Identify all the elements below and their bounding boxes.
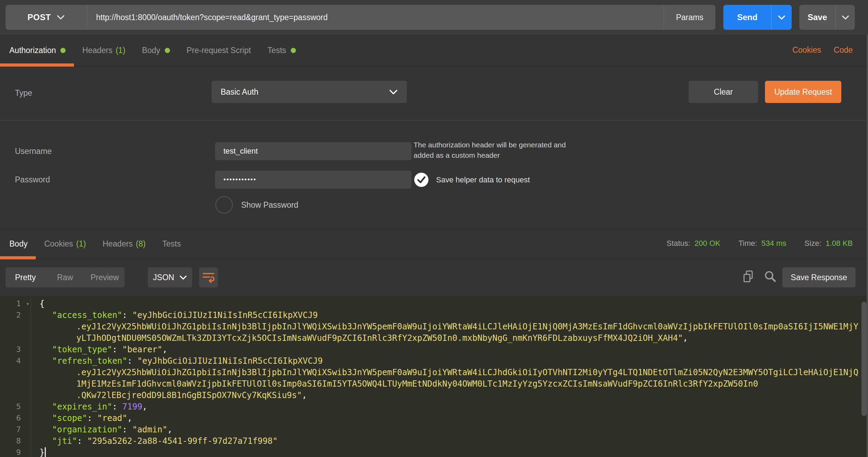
code-line: 1MjE1MzEsImF1dGhvcml0aWVzIjpbIkFETUlOIl0…: [0, 378, 868, 389]
code-line: yLTJhODgtNDU0MS05OWZmLTk3ZDI3YTcxZjk5OCI…: [0, 332, 868, 344]
method-dropdown[interactable]: POST: [6, 5, 87, 30]
auth-type-section: Type Basic Auth Clear Update Request: [0, 66, 868, 121]
code-line: .QKw72lEBcjreOdD9L8B1nGgBISpOX7NvCy7KqKS…: [0, 389, 868, 401]
response-tab-body[interactable]: Body: [0, 229, 36, 259]
chevron-down-icon: [778, 15, 785, 20]
size-label: Size:: [805, 239, 822, 248]
send-label: Send: [737, 12, 758, 22]
chevron-down-icon: [842, 15, 849, 20]
tab-label: Headers: [103, 239, 133, 249]
status-code: Status: 200 OK: [666, 239, 720, 248]
text-cursor: [45, 447, 46, 457]
code-line: 2"access_token": "eyJhbGciOiJIUzI1NiIsIn…: [0, 309, 868, 321]
tab-label: Body: [142, 46, 160, 55]
fold-arrow-icon[interactable]: ▾: [26, 300, 29, 307]
params-button[interactable]: Params: [664, 5, 715, 30]
save-options-button[interactable]: [835, 5, 855, 30]
tab-status-dot: [165, 48, 170, 53]
response-tab-headers[interactable]: Headers (8): [94, 229, 154, 259]
search-icon: [764, 270, 776, 283]
url-bar: POST Params: [6, 5, 715, 30]
save-response-label: Save Response: [791, 273, 847, 282]
tab-body[interactable]: Body: [134, 35, 178, 66]
code-line-content: }: [31, 447, 46, 457]
save-response-button[interactable]: Save Response: [782, 267, 856, 287]
line-number: [0, 367, 31, 378]
search-response-button[interactable]: [764, 270, 776, 283]
code-line-content: "jti": "295a5262-2a88-4541-99ff-97d27a71…: [31, 436, 278, 446]
code-line: 4"refresh_token": "eyJhbGciOiJIUzI1NiIsI…: [0, 355, 868, 367]
tab-authorization[interactable]: Authorization: [0, 35, 74, 66]
code-line: 7"organization": "admin",: [0, 424, 868, 435]
code-line: .eyJ1c2VyX25hbWUiOiJhZG1pbiIsInNjb3BlIjp…: [0, 367, 868, 378]
line-number: [0, 378, 31, 389]
language-dropdown[interactable]: JSON: [148, 267, 192, 287]
response-toolbar: Pretty Raw Preview JSON: [0, 259, 868, 296]
code-line-content: "refresh_token": "eyJhbGciOiJIUzI1NiIsIn…: [31, 356, 323, 366]
tab-tests[interactable]: Tests: [259, 35, 304, 66]
code-link[interactable]: Code: [834, 45, 853, 55]
line-number: 2: [0, 309, 31, 321]
url-input[interactable]: [87, 5, 664, 30]
method-label: POST: [27, 12, 51, 22]
response-tab-cookies[interactable]: Cookies (1): [36, 229, 94, 259]
code-line: 8"jti": "295a5262-2a88-4541-99ff-97d27a7…: [0, 435, 868, 447]
clear-label: Clear: [714, 87, 733, 97]
update-request-button[interactable]: Update Request: [765, 81, 841, 103]
line-number: 7: [0, 424, 31, 435]
tab-pre-request-script[interactable]: Pre-request Script: [178, 35, 259, 66]
username-input[interactable]: [215, 147, 411, 156]
tab-headers[interactable]: Headers (1): [74, 35, 134, 66]
request-tabs: Authorization Headers (1) Body Pre-reque…: [0, 35, 868, 67]
line-number: 3: [0, 344, 31, 355]
tab-label: Authorization: [9, 46, 56, 55]
auth-type-select[interactable]: Basic Auth: [212, 81, 407, 103]
show-password-radio[interactable]: [215, 196, 233, 214]
view-pretty[interactable]: Pretty: [6, 267, 45, 287]
response-time: Time: 534 ms: [738, 239, 786, 248]
send-button[interactable]: Send: [723, 5, 771, 30]
tab-status-dot: [291, 48, 296, 53]
tab-count: (8): [136, 239, 146, 249]
code-line-content: .eyJ1c2VyX25hbWUiOiJhZG1pbiIsInNjb3BlIjp…: [31, 322, 858, 331]
cookies-link[interactable]: Cookies: [792, 45, 821, 55]
save-button[interactable]: Save: [799, 5, 835, 30]
code-line-content: "organization": "admin",: [31, 425, 172, 434]
show-password-toggle[interactable]: Show Password: [215, 196, 298, 214]
scrollbar-thumb[interactable]: [861, 302, 867, 416]
checkbox-checked-icon[interactable]: [414, 173, 428, 187]
line-number: 1▾: [0, 298, 31, 309]
clear-button[interactable]: Clear: [689, 81, 758, 103]
line-number: [0, 389, 31, 401]
line-number: [0, 321, 31, 332]
code-line-content: "expires_in": 7199,: [31, 402, 147, 412]
tab-count: (1): [76, 239, 86, 249]
response-tab-tests[interactable]: Tests: [154, 229, 189, 259]
response-size: Size: 1.08 KB: [805, 239, 853, 248]
code-line: 9}: [0, 447, 868, 457]
send-options-button[interactable]: [771, 5, 792, 30]
wrap-text-icon: [202, 271, 215, 283]
auth-credentials-section: Username Password Show Password The auth…: [0, 120, 868, 230]
tab-count: (1): [116, 46, 125, 55]
show-password-label: Show Password: [241, 200, 298, 210]
auth-helper-text: The authorization header will be generat…: [414, 140, 573, 161]
wrap-text-button[interactable]: [199, 267, 218, 287]
password-input[interactable]: [215, 176, 411, 183]
code-line: 6"scope": "read",: [0, 412, 868, 424]
copy-response-button[interactable]: [742, 270, 754, 283]
type-label: Type: [15, 66, 32, 120]
tab-status-dot: [60, 48, 66, 53]
size-value: 1.08 KB: [826, 239, 853, 248]
update-request-label: Update Request: [774, 87, 832, 97]
save-helper-checkbox[interactable]: Save helper data to request: [414, 173, 530, 187]
code-line-content: 1MjE1MzEsImF1dGhvcml0aWVzIjpbIkFETUlOIl0…: [31, 379, 758, 389]
view-preview[interactable]: Preview: [85, 267, 125, 287]
tab-label: Pre-request Script: [187, 46, 251, 55]
chevron-down-icon: [179, 275, 187, 280]
time-value: 534 ms: [761, 239, 786, 248]
request-links: Cookies Code: [792, 35, 853, 65]
view-switcher: Pretty Raw Preview: [6, 267, 125, 287]
view-raw[interactable]: Raw: [45, 267, 85, 287]
scrollbar-track[interactable]: [867, 35, 868, 457]
